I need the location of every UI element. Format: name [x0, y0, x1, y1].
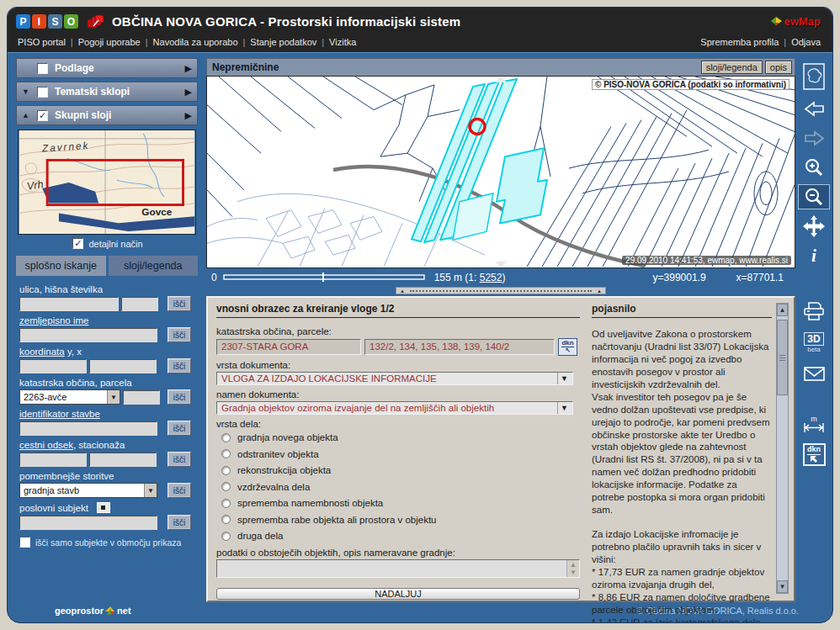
scroll-down-icon[interactable]: ▼ [777, 580, 788, 593]
print-tool[interactable] [798, 299, 830, 324]
search-cadastral-button[interactable]: išči [167, 389, 191, 405]
full-extent-tool[interactable] [798, 61, 830, 92]
horizontal-splitter-handle[interactable]: ▲ ▲ [396, 287, 606, 294]
menu-odjava[interactable]: Odjava [791, 37, 821, 47]
dkn-tool[interactable]: dkn [798, 441, 830, 468]
geo-name-link[interactable]: zemljepisno ime [19, 315, 88, 326]
scale-ruler-icon[interactable] [222, 273, 428, 283]
radio-icon[interactable] [221, 515, 231, 524]
radio-option-change-of-purpose[interactable]: sprememba namembnosti objekta [221, 498, 580, 508]
doc-type-select[interactable]: VLOGA ZA IZDAJO LOKACIJSKE INFORMACIJE ▼ [216, 372, 573, 385]
road-section-link[interactable]: cestni odsek [19, 440, 73, 450]
chevron-right-icon[interactable]: ▶ [185, 63, 192, 74]
coordinate-y-input[interactable] [19, 359, 87, 373]
radio-icon[interactable] [221, 466, 231, 475]
business-input[interactable] [19, 516, 157, 530]
mail-tool[interactable] [798, 361, 830, 386]
search-services-button[interactable]: išči [167, 483, 191, 498]
dropdown-arrow-icon[interactable]: ▼ [557, 373, 571, 384]
street-input[interactable] [19, 297, 119, 311]
continue-button[interactable]: NADALJUJ [216, 588, 580, 600]
measure-tool[interactable]: m [798, 411, 830, 437]
radio-icon[interactable] [221, 449, 231, 458]
panel-tematski-sklopi[interactable]: ▼ Tematski sklopi ▶ [16, 82, 198, 102]
area-only-checkbox[interactable] [19, 537, 30, 548]
dkn-select-button[interactable]: dkn ↖ [558, 338, 577, 356]
overview-minimap[interactable]: Zavrnek Vrh Govce [18, 130, 196, 235]
panel-skupni-sloji[interactable]: ▲ Skupni sloji ▶ [16, 105, 198, 125]
radio-option-reconstruction[interactable]: rekonstrukcija objekta [221, 465, 580, 475]
building-id-input[interactable] [19, 421, 157, 436]
menu-piso-portal[interactable]: PISO portal [18, 37, 66, 47]
radio-option-new-build[interactable]: gradnja novega objekta [221, 432, 580, 442]
search-building-button[interactable]: išči [167, 421, 191, 436]
radio-icon[interactable] [221, 499, 231, 508]
purpose-select[interactable]: Gradnja objektov oziroma izvajanje del n… [216, 401, 573, 415]
scroll-down-icon[interactable]: ▼ [570, 569, 577, 576]
radio-option-removal[interactable]: odstranitev objekta [221, 449, 580, 459]
geoprostor-logo[interactable]: geoprostor net [55, 606, 131, 617]
chevron-right-icon[interactable]: ▶ [185, 110, 192, 121]
back-tool[interactable] [798, 96, 830, 121]
zoom-out-tool[interactable] [798, 184, 830, 209]
search-coordinate-button[interactable]: išči [167, 358, 191, 373]
map-collapse-bottom-handle[interactable] [495, 262, 507, 267]
dropdown-arrow-icon[interactable]: ▼ [107, 390, 120, 404]
radio-option-change-of-use[interactable]: sprememba rabe objekta ali prostora v ob… [221, 515, 580, 525]
podlage-checkbox[interactable] [37, 63, 48, 74]
description-button[interactable]: opis [765, 61, 792, 74]
building-id-link[interactable]: identifikator stavbe [19, 409, 100, 419]
detail-mode-checkbox[interactable] [72, 238, 83, 249]
stationing-input[interactable] [89, 453, 157, 467]
details-text[interactable] [217, 560, 566, 577]
geo-name-input[interactable] [19, 328, 157, 342]
menu-pogoji-uporabe[interactable]: Pogoji uporabe [78, 37, 141, 47]
skupni-sloji-checkbox[interactable] [37, 110, 48, 121]
search-street-button[interactable]: išči [167, 296, 191, 311]
scale-ratio-link[interactable]: 5252 [480, 272, 502, 283]
collapse-down-icon[interactable]: ▼ [22, 87, 37, 96]
panel-podlage[interactable]: Podlage ▶ [16, 58, 198, 78]
radio-icon[interactable] [221, 532, 231, 541]
parcel-number-input[interactable] [123, 390, 160, 405]
menu-navodila[interactable]: Navodila za uporabo [153, 37, 238, 47]
cadastral-municipality-field[interactable]: 2307-STARA GORA [216, 339, 361, 355]
scroll-up-icon[interactable]: ▲ [777, 304, 788, 316]
pan-tool[interactable] [798, 214, 830, 239]
tab-splosno-iskanje[interactable]: splošno iskanje [16, 256, 106, 276]
coordinate-x-input[interactable] [89, 359, 157, 373]
layers-legend-button[interactable]: sloji/legenda [701, 61, 763, 74]
coordinate-link[interactable]: koordinata [19, 347, 65, 357]
radio-icon[interactable] [221, 433, 231, 442]
forward-tool[interactable] [798, 125, 830, 151]
radio-option-other-works[interactable]: druga dela [221, 531, 580, 541]
dropdown-arrow-icon[interactable]: ▼ [144, 484, 157, 497]
radio-icon[interactable] [221, 482, 231, 491]
info-tool[interactable]: i [798, 243, 830, 268]
cadastral-municipality-select[interactable]: 2263-avče ▼ [19, 389, 120, 405]
menu-sprememba-profila[interactable]: Sprememba profila [700, 37, 779, 47]
scrollbar-thumb[interactable] [777, 320, 788, 395]
business-info-icon[interactable] [97, 502, 110, 513]
selected-parcels-highlight[interactable] [412, 79, 547, 242]
zoom-in-tool[interactable] [798, 155, 830, 180]
radio-option-maintenance[interactable]: vzdrževalna dela [221, 482, 580, 492]
map-collapse-top-handle[interactable] [495, 77, 507, 82]
search-geo-name-button[interactable]: išči [167, 327, 191, 342]
textarea-scrollbar[interactable]: ▲ ▼ [566, 560, 579, 577]
tematski-checkbox[interactable] [37, 87, 48, 98]
house-number-input[interactable] [121, 297, 158, 311]
three-d-tool[interactable]: 3D beta [798, 328, 830, 357]
menu-vizitka[interactable]: Vizitka [329, 37, 356, 47]
tab-sloji-legenda[interactable]: sloji/legenda [109, 256, 199, 276]
cadastral-map[interactable] [207, 77, 795, 267]
search-business-button[interactable]: išči [167, 515, 191, 530]
details-textarea[interactable]: ▲ ▼ [216, 559, 580, 578]
menu-stanje-podatkov[interactable]: Stanje podatkov [250, 37, 316, 47]
collapse-up-icon[interactable]: ▲ [22, 111, 37, 119]
scroll-up-icon[interactable]: ▲ [570, 561, 577, 569]
chevron-right-icon[interactable]: ▶ [185, 87, 192, 98]
parcels-field[interactable]: 132/2, 134, 135, 138, 139, 140/2 [364, 339, 555, 355]
explanation-scrollbar[interactable]: ▲ ▼ [776, 303, 789, 594]
dropdown-arrow-icon[interactable]: ▼ [557, 402, 571, 414]
